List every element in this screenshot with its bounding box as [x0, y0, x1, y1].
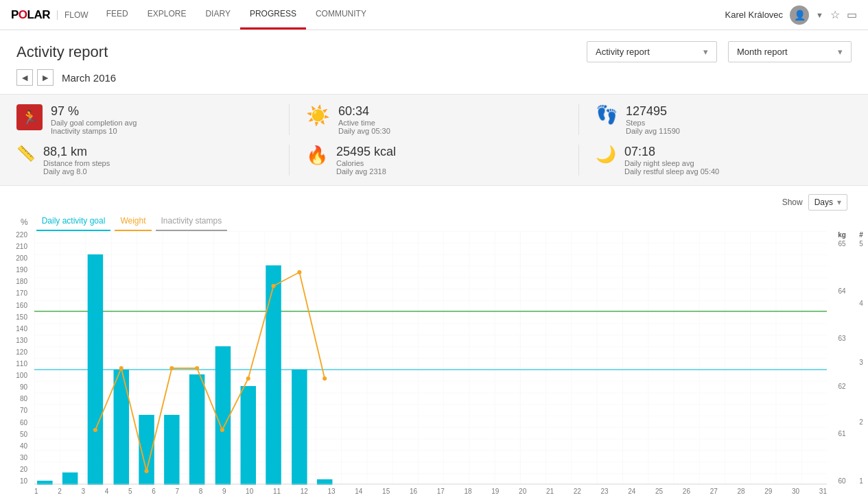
nav-community[interactable]: COMMUNITY	[306, 0, 376, 29]
y-20: 20	[20, 466, 27, 473]
chart-controls: Show Days ▾	[0, 191, 868, 211]
stats-row-1: 🏃 97 % Daily goal completion avg Inactiv…	[16, 104, 852, 135]
navigation: POLAR FLOW FEED EXPLORE DIARY PROGRESS C…	[0, 0, 868, 30]
y-200: 200	[16, 254, 27, 262]
activity-report-dropdown-label: Activity report	[596, 47, 650, 57]
stats-row-2: 📏 88,1 km Distance from steps Daily avg …	[16, 145, 852, 176]
svg-rect-6	[114, 370, 129, 485]
svg-point-20	[220, 428, 224, 432]
svg-point-23	[297, 270, 301, 274]
stat-label-cal: Calories	[336, 159, 396, 167]
svg-point-24	[322, 376, 327, 381]
nav-explore[interactable]: EXPLORE	[138, 0, 196, 29]
prev-date-button[interactable]: ◀	[16, 69, 33, 86]
y-90: 90	[20, 383, 27, 391]
y-axis: 220 210 200 190 180 170 160 150 140 130 …	[0, 231, 30, 485]
svg-point-22	[271, 284, 275, 288]
kg-axis-label: kg	[838, 231, 846, 239]
sleep-icon: 🌙	[596, 145, 616, 164]
nav-diary[interactable]: DIARY	[196, 0, 239, 29]
page-header: Activity report Activity report ▾ Month …	[0, 30, 868, 69]
stat-label-steps: Steps	[626, 119, 680, 127]
dropdown-arrow-icon2: ▾	[838, 47, 843, 57]
activity-report-dropdown[interactable]: Activity report ▾	[587, 41, 717, 62]
date-navigation: ◀ ▶ March 2016	[0, 69, 868, 94]
nav-progress[interactable]: PROGRESS	[240, 0, 306, 29]
nav-feed[interactable]: FEED	[97, 0, 138, 29]
y-30: 30	[20, 454, 27, 461]
show-label: Show	[782, 197, 803, 207]
kg-64: 64	[838, 287, 845, 295]
stats-section: 🏃 97 % Daily goal completion avg Inactiv…	[0, 94, 868, 186]
y-50: 50	[20, 431, 27, 438]
nav-username: Karel Královec	[725, 10, 784, 20]
svg-rect-8	[164, 415, 179, 485]
show-days-label: Days	[814, 197, 833, 207]
stat-label-dist: Distance from steps	[43, 159, 110, 167]
distance-icon: 📏	[16, 145, 35, 163]
count-3: 3	[859, 359, 863, 366]
chart-svg	[34, 231, 827, 485]
stat-calories: 🔥 25495 kcal Calories Daily avg 2318	[306, 145, 579, 176]
svg-rect-11	[241, 386, 256, 485]
stat-value-steps: 127495	[626, 104, 680, 119]
svg-point-17	[144, 469, 148, 473]
dropdown-arrow-icon: ▾	[703, 47, 708, 57]
month-report-dropdown[interactable]: Month report ▾	[728, 41, 852, 62]
y-80: 80	[20, 395, 27, 403]
svg-rect-9	[189, 374, 204, 485]
svg-rect-5	[88, 254, 103, 485]
stat-sub-goal: Inactivity stamps 10	[51, 127, 137, 135]
star-icon[interactable]: ☆	[830, 8, 840, 21]
count-5: 5	[859, 240, 863, 248]
y-160: 160	[16, 302, 27, 309]
chart-area: 220 210 200 190 180 170 160 150 140 130 …	[0, 231, 868, 495]
stat-activity-goal: 🏃 97 % Daily goal completion avg Inactiv…	[16, 104, 290, 135]
y-170: 170	[16, 289, 27, 297]
tab-weight[interactable]: Weight	[115, 213, 151, 231]
message-icon[interactable]: ▭	[847, 8, 857, 21]
stat-sleep: 🌙 07:18 Daily night sleep avg Daily rest…	[596, 145, 852, 176]
svg-point-19	[195, 366, 199, 370]
stat-value-time: 60:34	[338, 104, 390, 119]
y-210: 210	[16, 243, 27, 250]
calories-icon: 🔥	[306, 145, 328, 166]
stat-value-dist: 88,1 km	[43, 145, 110, 159]
y-190: 190	[16, 266, 27, 274]
stat-value-sleep: 07:18	[624, 145, 719, 159]
count-4: 4	[859, 300, 863, 307]
chevron-down-icon[interactable]: ▼	[816, 11, 823, 19]
svg-rect-4	[62, 472, 78, 485]
stat-sub-steps: Daily avg 11590	[626, 127, 680, 135]
stat-sub-time: Daily avg 05:30	[338, 127, 390, 135]
y-10: 10	[20, 477, 27, 485]
y-120: 120	[16, 348, 27, 356]
month-report-dropdown-label: Month report	[737, 47, 788, 57]
stat-sub-dist: Daily avg 8.0	[43, 167, 110, 176]
count-2: 2	[859, 418, 863, 426]
page-title: Activity report	[16, 43, 576, 61]
svg-rect-12	[266, 265, 281, 485]
chart-section: Show Days ▾ % Daily activity goal Weight…	[0, 186, 868, 495]
avatar: 👤	[790, 5, 809, 25]
stat-label-sleep: Daily night sleep avg	[624, 159, 719, 167]
current-date: March 2016	[62, 72, 116, 84]
kg-60: 60	[838, 477, 845, 485]
stat-sub-sleep: Daily restful sleep avg 05:40	[624, 167, 719, 176]
tab-daily-activity-goal[interactable]: Daily activity goal	[36, 213, 111, 231]
y-60: 60	[20, 419, 27, 427]
y-130: 130	[16, 337, 27, 344]
count-axis: # 5 4 3 2 1	[854, 231, 868, 485]
kg-61: 61	[838, 430, 845, 437]
tab-inactivity-stamps[interactable]: Inactivity stamps	[156, 213, 228, 231]
show-days-dropdown[interactable]: Days ▾	[808, 194, 847, 211]
active-time-icon: ☀️	[306, 104, 330, 127]
dropdown-arrow-icon3: ▾	[837, 197, 841, 207]
y-180: 180	[16, 278, 27, 285]
stat-label-goal: Daily goal completion avg	[51, 119, 137, 127]
next-date-button[interactable]: ▶	[37, 69, 54, 86]
stat-label-time: Active time	[338, 119, 390, 127]
y-100: 100	[16, 372, 27, 379]
kg-axis: kg 65 64 63 62 61 60	[832, 231, 852, 485]
svg-point-16	[119, 366, 124, 370]
